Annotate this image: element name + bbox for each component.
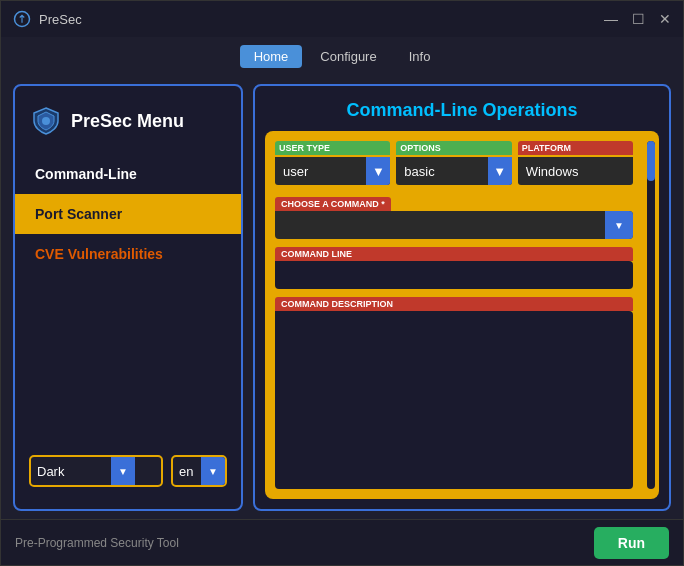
options-select[interactable]: basic ▼ (396, 157, 511, 185)
choose-command-label: CHOOSE A COMMAND * (275, 197, 391, 211)
presec-shield-icon (31, 106, 61, 136)
sidebar-item-portscanner[interactable]: Port Scanner (15, 194, 241, 234)
svg-point-1 (42, 117, 50, 125)
command-line-section: COMMAND LINE (275, 247, 633, 289)
maximize-button[interactable]: ☐ (632, 11, 645, 27)
bottom-bar: Pre-Programmed Security Tool Run (1, 519, 683, 565)
chevron-icon-2: ▼ (485, 164, 511, 179)
chevron-down-icon: ▼ (118, 466, 128, 477)
platform-display: Windows (518, 157, 633, 185)
user-type-value: user (275, 164, 366, 179)
chevron-icon-3: ▼ (614, 220, 624, 231)
sidebar: PreSec Menu Command-Line Port Scanner CV… (13, 84, 243, 511)
sidebar-item-commandline[interactable]: Command-Line (15, 154, 241, 194)
sidebar-item-cve[interactable]: CVE Vulnerabilities (15, 234, 241, 274)
options-col: OPTIONS basic ▼ (396, 141, 511, 185)
platform-label: PLATFORM (518, 141, 633, 155)
close-button[interactable]: ✕ (659, 11, 671, 27)
platform-col: PLATFORM Windows (518, 141, 633, 185)
options-value: basic (396, 164, 487, 179)
titlebar-left: PreSec (13, 10, 82, 28)
right-panel: Command-Line Operations USER TYPE user (253, 84, 671, 511)
chevron-icon: ▼ (364, 164, 390, 179)
tab-home[interactable]: Home (240, 45, 303, 68)
choose-command-select[interactable]: ▼ (275, 211, 633, 239)
yellow-card: USER TYPE user ▼ OPTIONS (265, 131, 659, 499)
run-button[interactable]: Run (594, 527, 669, 559)
main-content: PreSec Menu Command-Line Port Scanner CV… (1, 76, 683, 519)
theme-selector[interactable]: Dark Light ▼ (29, 455, 163, 487)
lang-select[interactable]: en fr de (173, 464, 201, 479)
command-description-section: COMMAND DESCRIPTION (275, 297, 633, 489)
command-line-label: COMMAND LINE (275, 247, 633, 261)
window-controls: — ☐ ✕ (604, 11, 671, 27)
minimize-button[interactable]: — (604, 11, 618, 27)
panel-body: USER TYPE user ▼ OPTIONS (255, 131, 669, 509)
user-type-col: USER TYPE user ▼ (275, 141, 390, 185)
theme-dropdown-arrow[interactable]: ▼ (111, 455, 135, 487)
chevron-down-icon-lang: ▼ (208, 466, 218, 477)
language-selector[interactable]: en fr de ▼ (171, 455, 227, 487)
options-label: OPTIONS (396, 141, 511, 155)
tab-info[interactable]: Info (395, 45, 445, 68)
sidebar-logo: PreSec Menu (15, 98, 241, 154)
navbar: Home Configure Info (1, 37, 683, 76)
window-title: PreSec (39, 12, 82, 27)
command-line-display (275, 261, 633, 289)
user-type-label: USER TYPE (275, 141, 390, 155)
titlebar: PreSec — ☐ ✕ (1, 1, 683, 37)
sidebar-footer: Dark Light ▼ en fr de ▼ (15, 445, 241, 497)
dropdown-row: USER TYPE user ▼ OPTIONS (275, 141, 633, 185)
choose-command-section: CHOOSE A COMMAND * ▼ (275, 193, 649, 239)
sidebar-menu: Command-Line Port Scanner CVE Vulnerabil… (15, 154, 241, 445)
options-arrow[interactable]: ▼ (488, 157, 512, 185)
user-type-select[interactable]: user ▼ (275, 157, 390, 185)
sidebar-title: PreSec Menu (71, 111, 184, 132)
choose-command-arrow[interactable]: ▼ (605, 211, 633, 239)
app-icon (13, 10, 31, 28)
app-window: PreSec — ☐ ✕ Home Configure Info PreSec … (0, 0, 684, 566)
theme-select[interactable]: Dark Light (31, 464, 111, 479)
platform-value: Windows (518, 164, 633, 179)
lang-dropdown-arrow[interactable]: ▼ (201, 455, 225, 487)
user-type-arrow[interactable]: ▼ (366, 157, 390, 185)
scrollbar[interactable] (647, 141, 655, 489)
tab-configure[interactable]: Configure (306, 45, 390, 68)
scroll-thumb (647, 141, 655, 181)
command-description-label: COMMAND DESCRIPTION (275, 297, 633, 311)
status-text: Pre-Programmed Security Tool (15, 536, 179, 550)
panel-title: Command-Line Operations (255, 86, 669, 131)
command-description-display (275, 311, 633, 489)
